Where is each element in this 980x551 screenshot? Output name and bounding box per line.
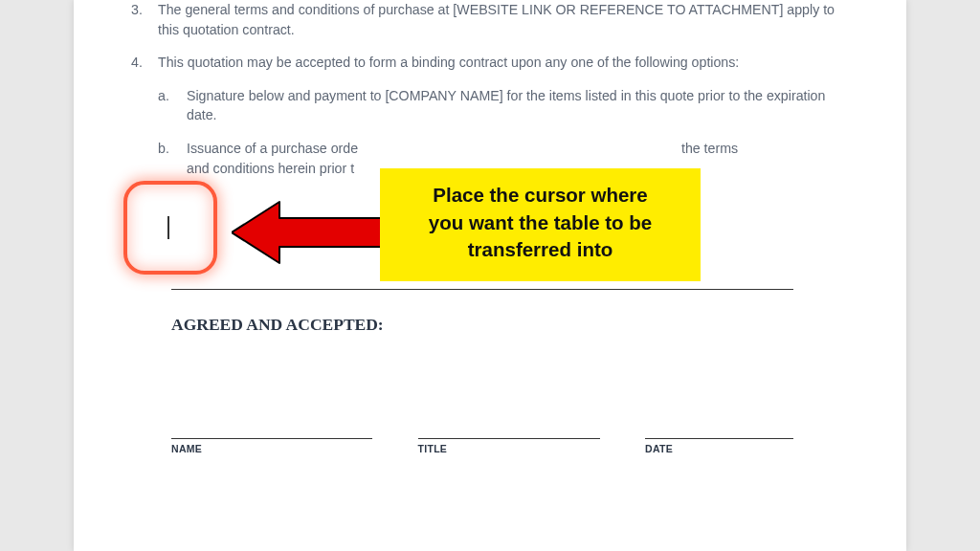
sub-item-b-line2: and conditions herein prior t xyxy=(187,161,354,176)
callout-line-1: Place the cursor where xyxy=(433,184,647,206)
title-label: TITLE xyxy=(418,443,600,454)
name-label: NAME xyxy=(171,443,372,454)
section-divider xyxy=(171,289,793,290)
list-item-4: This quotation may be accepted to form a… xyxy=(158,53,849,178)
signature-title-field[interactable]: TITLE xyxy=(418,438,600,454)
signature-line xyxy=(171,438,372,439)
instruction-callout: Place the cursor where you want the tabl… xyxy=(380,168,701,281)
document-page[interactable]: The general terms and conditions of purc… xyxy=(74,0,906,551)
signature-line xyxy=(645,438,793,439)
text-cursor-icon xyxy=(167,216,169,239)
signature-row: NAME TITLE DATE xyxy=(171,438,793,454)
callout-line-3: transferred into xyxy=(468,238,613,260)
signature-line xyxy=(418,438,600,439)
sub-item-a-text: Signature below and payment to [COMPANY … xyxy=(187,88,825,123)
sub-item-b-left: Issuance of a purchase orde xyxy=(187,141,358,156)
callout-line-2: you want the table to be xyxy=(429,211,653,233)
list-item-3: The general terms and conditions of purc… xyxy=(158,0,849,39)
list-item-3-text: The general terms and conditions of purc… xyxy=(158,2,835,37)
list-item-4-text: This quotation may be accepted to form a… xyxy=(158,55,739,70)
sub-item-a: Signature below and payment to [COMPANY … xyxy=(187,86,849,125)
signature-name-field[interactable]: NAME xyxy=(171,438,372,454)
sub-item-b-right: the terms xyxy=(681,141,738,156)
svg-marker-0 xyxy=(232,202,383,263)
agreed-heading: AGREED AND ACCEPTED: xyxy=(171,315,849,335)
arrow-icon xyxy=(232,199,385,266)
cursor-highlight-box xyxy=(123,181,217,275)
document-body: The general terms and conditions of purc… xyxy=(131,0,849,178)
signature-date-field[interactable]: DATE xyxy=(645,438,793,454)
date-label: DATE xyxy=(645,443,793,454)
